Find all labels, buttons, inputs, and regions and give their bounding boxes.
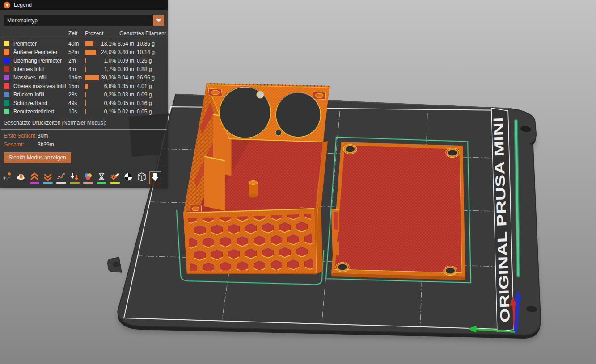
retractions-icon bbox=[30, 172, 39, 182]
collapse-panel-button[interactable] bbox=[4, 2, 10, 8]
feature-percent-bar-track bbox=[85, 100, 100, 106]
feature-length: 3.64 m bbox=[116, 41, 134, 47]
feature-time: 40m bbox=[68, 41, 85, 47]
feature-percent: 0,4% bbox=[100, 100, 116, 106]
feature-percent-bar bbox=[85, 92, 86, 97]
feature-time: 4m bbox=[68, 66, 85, 72]
toolbar-wipe[interactable] bbox=[15, 171, 27, 184]
feature-name: Überhang Perimeter bbox=[13, 58, 68, 64]
toolbar-color-changes[interactable] bbox=[82, 171, 94, 184]
legend-toggle-icon bbox=[150, 172, 160, 182]
feature-length: 1.35 m bbox=[116, 83, 134, 89]
chevron-down-icon bbox=[5, 4, 9, 7]
shells-icon bbox=[137, 172, 147, 182]
view-type-dropdown[interactable]: Merkmalstyp bbox=[4, 15, 164, 26]
center-of-mass-icon bbox=[123, 172, 133, 182]
feature-length: 0.02 m bbox=[116, 109, 134, 115]
table-row: Benutzerdefiniert 10s 0,1% 0.02 m 0.05 g bbox=[0, 107, 168, 116]
feature-time: 10s bbox=[68, 109, 85, 115]
feature-name: Schürze/Rand bbox=[13, 100, 68, 106]
table-row: Massives Infill 1h6m 30,3% 9.04 m 26.96 … bbox=[0, 73, 168, 82]
travel-paths-icon bbox=[3, 172, 13, 182]
feature-length: 0.09 m bbox=[116, 58, 134, 64]
toolbar-pause-prints[interactable] bbox=[96, 171, 107, 184]
divider bbox=[1, 167, 167, 167]
feature-color-swatch bbox=[4, 75, 9, 80]
toolbar-legend-toggle[interactable] bbox=[149, 171, 161, 184]
feature-percent-bar-track bbox=[85, 92, 100, 97]
toolbar-travel-paths[interactable] bbox=[2, 171, 13, 184]
feature-color-swatch bbox=[4, 41, 9, 46]
feature-percent-bar bbox=[85, 109, 86, 114]
toolbar-center-of-mass[interactable] bbox=[123, 171, 134, 184]
feature-length: 0.03 m bbox=[116, 92, 134, 98]
first-layer-label: Erste Schicht: bbox=[4, 133, 38, 139]
dropdown-arrow-button[interactable] bbox=[153, 15, 164, 26]
color-changes-icon bbox=[83, 172, 93, 182]
feature-percent: 24,0% bbox=[100, 49, 116, 55]
feature-weight: 0.25 g bbox=[137, 58, 152, 64]
first-layer-value: 30m bbox=[38, 133, 48, 139]
feature-time: 49s bbox=[68, 100, 85, 106]
feature-weight: 0.05 g bbox=[137, 109, 152, 115]
feature-weight: 4.01 g bbox=[137, 83, 152, 89]
feature-name: Massives Infill bbox=[13, 75, 68, 81]
feature-time: 1h6m bbox=[68, 75, 85, 81]
tool-changes-icon bbox=[70, 172, 80, 182]
feature-time: 15m bbox=[68, 83, 85, 89]
feature-percent: 18,1% bbox=[100, 41, 116, 47]
feature-percent-bar bbox=[85, 50, 96, 55]
feature-percent-bar-track bbox=[85, 75, 100, 80]
feature-time: 52m bbox=[68, 49, 85, 55]
feature-percent-bar-track bbox=[85, 41, 100, 46]
feature-color-swatch bbox=[4, 109, 9, 114]
toolbar-tool-changes[interactable] bbox=[69, 171, 80, 184]
feature-percent: 0,2% bbox=[100, 92, 116, 98]
total-time-row: Gesamt: 3h39m bbox=[0, 140, 168, 149]
feature-length: 0.30 m bbox=[116, 66, 134, 72]
table-row: Oberes massives Infill 15m 6,6% 1.35 m 4… bbox=[0, 82, 168, 90]
stealth-mode-button[interactable]: Stealth Modus anzeigen bbox=[4, 152, 71, 163]
feature-percent-bar bbox=[85, 41, 93, 46]
feature-percent: 6,6% bbox=[100, 83, 116, 89]
feature-percent-bar bbox=[85, 75, 99, 80]
feature-weight: 10.14 g bbox=[137, 49, 155, 55]
feature-percent-bar-track bbox=[85, 84, 100, 89]
feature-color-swatch bbox=[4, 66, 9, 72]
estimates-heading: Geschätzte Druckzeiten [Normaler Modus]: bbox=[0, 116, 168, 128]
panel-title: Legend bbox=[14, 2, 32, 8]
pause-prints-icon bbox=[97, 172, 106, 182]
feature-color-swatch bbox=[4, 83, 9, 89]
feature-name: Benutzerdefiniert bbox=[13, 109, 68, 115]
seams-icon bbox=[56, 172, 66, 182]
table-row: Brücken Infill 28s 0,2% 0.03 m 0.09 g bbox=[0, 90, 168, 99]
feature-percent-bar bbox=[85, 67, 86, 72]
feature-length: 9.04 m bbox=[116, 75, 134, 81]
feature-weight: 0.09 g bbox=[137, 92, 152, 98]
legend-titlebar: Legend bbox=[0, 0, 168, 10]
total-time-label: Gesamt: bbox=[4, 142, 38, 148]
toolbar-deretractions[interactable] bbox=[42, 171, 54, 184]
toolbar-retractions[interactable] bbox=[29, 171, 40, 184]
table-header: Zeit Prozent Genutztes Filament bbox=[1, 29, 167, 39]
feature-weight: 26.96 g bbox=[137, 75, 155, 81]
custom-gcodes-icon bbox=[110, 172, 120, 182]
feature-name: Perimeter bbox=[13, 41, 68, 47]
feature-percent-bar bbox=[85, 58, 86, 63]
chevron-down-icon bbox=[156, 19, 161, 22]
feature-name: Internes Infill bbox=[13, 66, 68, 72]
toolbar-seams[interactable] bbox=[55, 171, 67, 184]
toolbar-shells[interactable] bbox=[136, 171, 148, 184]
feature-percent-bar bbox=[85, 84, 88, 89]
feature-percent: 1,7% bbox=[100, 66, 116, 72]
header-filament: Genutztes Filament bbox=[119, 30, 166, 37]
feature-percent-bar-track bbox=[85, 109, 100, 114]
model-lid[interactable] bbox=[326, 137, 471, 283]
feature-percent: 0,1% bbox=[100, 109, 116, 115]
legend-panel: Legend Merkmalstyp Zeit Prozent Genutzte… bbox=[0, 0, 168, 188]
table-row: Perimeter 40m 18,1% 3.64 m 10.85 g bbox=[0, 39, 168, 48]
toolbar-custom-gcodes[interactable] bbox=[109, 171, 121, 184]
feature-name: Äußerer Perimeter bbox=[13, 49, 68, 55]
feature-weight: 0.16 g bbox=[137, 100, 152, 106]
feature-name: Brücken Infill bbox=[13, 92, 68, 98]
